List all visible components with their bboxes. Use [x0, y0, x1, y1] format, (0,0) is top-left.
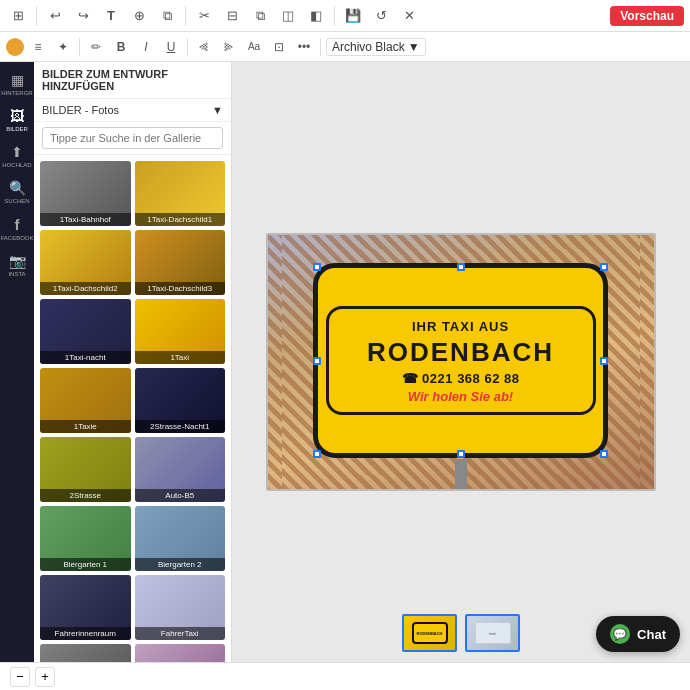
selection-handle-mr [600, 357, 608, 365]
align-justify-button[interactable]: ≡ [27, 36, 49, 58]
wix-logo-button[interactable]: ⊞ [6, 4, 30, 28]
font-selector[interactable]: Archivo Black ▼ [326, 38, 426, 56]
chat-label: Chat [637, 627, 666, 642]
duplicate-button[interactable]: ⧉ [155, 4, 179, 28]
format-toolbar: ≡ ✦ ✏ B I U ⫷ ⫸ Aa ⊡ ••• Archivo Black ▼ [0, 32, 690, 62]
delete-button[interactable]: ⊟ [220, 4, 244, 28]
selection-handle-bl [313, 450, 321, 458]
color-swatch[interactable] [6, 38, 24, 56]
design-canvas[interactable]: IHR TAXI AUS RODENBACH ☎ 0221 368 62 88 … [266, 233, 656, 491]
align-right-button[interactable]: ⫸ [218, 36, 240, 58]
sidebar-label-suchen: SUCHEN [4, 198, 29, 204]
sidebar-item-hintergrund[interactable]: ▦ HINTERGR [0, 67, 34, 101]
bold-button[interactable]: B [110, 36, 132, 58]
refresh-button[interactable]: ↺ [369, 4, 393, 28]
upload-icon: ⬆ [11, 144, 23, 160]
thumb-label: 1Taxi-Dachschild2 [40, 282, 131, 295]
font-name-label: Archivo Black [332, 40, 405, 54]
pen-button[interactable]: ✏ [85, 36, 107, 58]
selection-handle-ml [313, 357, 321, 365]
list-item[interactable]: Biergarten 1 [40, 506, 131, 571]
list-item[interactable]: 1Taxi-Dachschild2 [40, 230, 131, 295]
thumb-label: 1Taxi-Dachschild1 [135, 213, 226, 226]
sidebar-icons: ▦ HINTERGR 🖼 BILDER ⬆ HOCHLAD 🔍 SUCHEN f… [0, 62, 34, 662]
add-page-button[interactable]: ⊕ [127, 4, 151, 28]
sidebar-label-hintergrund: HINTERGR [1, 90, 32, 96]
thumb-label: Biergarten 2 [135, 558, 226, 571]
arrange-button[interactable]: ◫ [276, 4, 300, 28]
undo-button[interactable]: ↩ [43, 4, 67, 28]
list-item[interactable]: Auto-B5 [135, 437, 226, 502]
format-separator-3 [320, 38, 321, 56]
sidebar-label-hochladen: HOCHLAD [2, 162, 31, 168]
thumbnail-2[interactable]: text [465, 614, 520, 652]
sidebar-item-hochladen[interactable]: ⬆ HOCHLAD [0, 139, 34, 173]
text-size-button[interactable]: Aa [243, 36, 265, 58]
close-button[interactable]: ✕ [397, 4, 421, 28]
list-item[interactable]: 1Taxi-Bahnhof [40, 161, 131, 226]
layers-button[interactable]: ◧ [304, 4, 328, 28]
taxi-sign-inner: IHR TAXI AUS RODENBACH ☎ 0221 368 62 88 … [326, 306, 596, 415]
list-item[interactable]: 1Taxi-Dachschild3 [135, 230, 226, 295]
thumb-label: 2Strasse-Nacht1 [135, 420, 226, 433]
image-panel: BILDER ZUM ENTWURF HINZUFÜGEN BILDER - F… [34, 62, 232, 662]
search-input[interactable] [42, 127, 223, 149]
more-options-button[interactable]: ••• [293, 36, 315, 58]
shopify-chat-button[interactable]: 💬 Chat [596, 616, 680, 652]
format-separator-2 [187, 38, 188, 56]
list-item[interactable]: Biergarten 2 [135, 506, 226, 571]
zoom-in-button[interactable]: + [35, 667, 55, 687]
thumb-label: 2Strasse [40, 489, 131, 502]
image-panel-search [34, 122, 231, 155]
sidebar-item-suchen[interactable]: 🔍 SUCHEN [0, 175, 34, 209]
main-content: ▦ HINTERGR 🖼 BILDER ⬆ HOCHLAD 🔍 SUCHEN f… [0, 62, 690, 662]
thumbnail-1[interactable]: RODENBACH [402, 614, 457, 652]
background-icon: ▦ [11, 72, 24, 88]
text-box-button[interactable]: ⊡ [268, 36, 290, 58]
bottom-bar: − + [0, 662, 690, 690]
zoom-out-button[interactable]: − [10, 667, 30, 687]
thumb-label: 1Taxi-nacht [40, 351, 131, 364]
list-item[interactable]: Fahrer TaxiPassagi [40, 644, 131, 662]
copy-paste-button[interactable]: ⧉ [248, 4, 272, 28]
sign-line4: Wir holen Sie ab! [408, 389, 513, 404]
instagram-icon: 📷 [9, 253, 26, 269]
toolbar-separator-2 [185, 6, 186, 26]
sidebar-label-bilder: BILDER [6, 126, 28, 132]
list-item[interactable]: Flughafen1 [135, 644, 226, 662]
facebook-icon: f [15, 216, 20, 233]
list-item[interactable]: 2Strasse-Nacht1 [135, 368, 226, 433]
thumb-label: 1Taxie [40, 420, 131, 433]
selection-handle-tl [313, 263, 321, 271]
chat-icon: 💬 [610, 624, 630, 644]
italic-button[interactable]: I [135, 36, 157, 58]
animation-button[interactable]: ✦ [52, 36, 74, 58]
save-button[interactable]: 💾 [341, 4, 365, 28]
list-item[interactable]: 1Taxi [135, 299, 226, 364]
taxi-sign[interactable]: IHR TAXI AUS RODENBACH ☎ 0221 368 62 88 … [313, 263, 608, 458]
list-item[interactable]: FahrerTaxi [135, 575, 226, 640]
cut-button[interactable]: ✂ [192, 4, 216, 28]
list-item[interactable]: Fahrerinnenraum [40, 575, 131, 640]
text-button[interactable]: T [99, 4, 123, 28]
underline-button[interactable]: U [160, 36, 182, 58]
sign-line2: RODENBACH [367, 337, 554, 368]
list-item[interactable]: 1Taxie [40, 368, 131, 433]
canvas-area: IHR TAXI AUS RODENBACH ☎ 0221 368 62 88 … [232, 62, 690, 662]
sidebar-item-facebook[interactable]: f FACEBOOK [0, 211, 34, 246]
image-panel-dropdown[interactable]: BILDER - Fotos ▼ [34, 99, 231, 122]
list-item[interactable]: 1Taxi-Dachschild1 [135, 161, 226, 226]
thumb-label: Biergarten 1 [40, 558, 131, 571]
list-item[interactable]: 1Taxi-nacht [40, 299, 131, 364]
align-left-button[interactable]: ⫷ [193, 36, 215, 58]
redo-button[interactable]: ↪ [71, 4, 95, 28]
selection-handle-br [600, 450, 608, 458]
list-item[interactable]: 2Strasse [40, 437, 131, 502]
selection-handle-tr [600, 263, 608, 271]
preview-button[interactable]: Vorschau [610, 6, 684, 26]
sidebar-item-bilder[interactable]: 🖼 BILDER [0, 103, 34, 137]
dropdown-label: BILDER - Fotos [42, 104, 119, 116]
selection-handle-tm [457, 263, 465, 271]
top-toolbar: ⊞ ↩ ↪ T ⊕ ⧉ ✂ ⊟ ⧉ ◫ ◧ 💾 ↺ ✕ Vorschau [0, 0, 690, 32]
sidebar-item-insta[interactable]: 📷 INSTA [0, 248, 34, 282]
